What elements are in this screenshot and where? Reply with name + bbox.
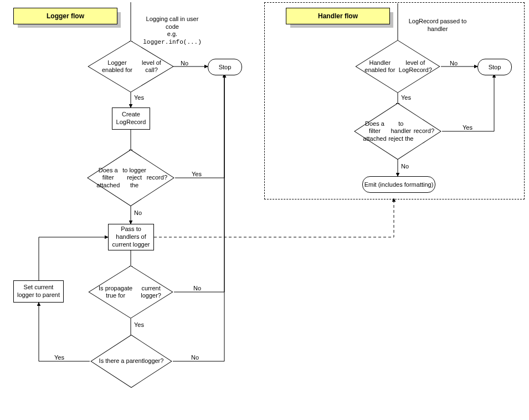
handler-d2-yes: Yes [463, 124, 472, 132]
title-logger-text: Logger flow [47, 12, 84, 20]
logger-d2-no: No [134, 209, 142, 217]
logger-d2-yes: Yes [192, 171, 202, 178]
logger-p1-l2: LogRecord [116, 119, 146, 125]
logger-d3-yes: Yes [134, 321, 144, 329]
logger-d4-parent: Is there a parentlogger? [90, 339, 173, 383]
logger-p2-l2: handlers of [116, 233, 146, 240]
handler-d2-filter: Does a filter attachedto handler reject … [353, 106, 442, 156]
logger-p2-l3: current logger [112, 241, 150, 248]
logger-create-record: CreateLogRecord [112, 107, 150, 130]
logger-d1-enabled: Logger enabled forlevel of call? [89, 44, 173, 89]
logger-p2-l1: Pass to [121, 226, 141, 232]
handler-incoming-l2: handler [428, 25, 448, 32]
logger-loop-l1: Set current [24, 284, 54, 290]
logger-incoming-l3: e.g. [167, 30, 177, 37]
logger-incoming-code: logger.info(...) [143, 39, 202, 45]
logger-d4-l2: logger? [143, 357, 164, 365]
logger-incoming-l1: Logging call in user [146, 16, 199, 22]
handler-d2-l3: record? [414, 127, 434, 135]
logger-d1-l2: level of call? [138, 59, 165, 74]
logger-d3-l1: Is propagate true for [95, 285, 136, 299]
logger-stop-text: Stop [219, 64, 232, 70]
logger-d1-l1: Logger enabled for [96, 59, 138, 74]
logger-d3-propagate: Is propagate true forcurrent logger? [88, 269, 174, 315]
logger-d2-l2: to logger reject the [122, 167, 146, 189]
logger-incoming-text: Logging call in user code e.g. logger.in… [136, 8, 208, 47]
title-logger: Logger flow [13, 8, 117, 24]
handler-stop-text: Stop [489, 64, 501, 70]
handler-emit-text: Emit (includes formatting) [364, 181, 434, 188]
handler-d2-no: No [401, 163, 409, 171]
logger-d1-no: No [181, 60, 188, 68]
logger-d3-l2: current logger? [136, 285, 166, 299]
logger-d3-no: No [193, 285, 201, 293]
logger-pass-handlers: Pass tohandlers ofcurrent logger [108, 224, 154, 250]
handler-incoming-l1: LogRecord passed to [409, 18, 467, 24]
handler-d1-no: No [450, 60, 458, 68]
logger-d4-no: No [191, 354, 199, 362]
handler-emit: Emit (includes formatting) [362, 176, 435, 193]
logger-stop: Stop [208, 59, 242, 75]
handler-flow-group [264, 2, 525, 199]
logger-incoming-l2: code [166, 23, 179, 30]
handler-d1-yes: Yes [401, 94, 411, 102]
handler-d1-l2: level of LogRecord? [398, 59, 433, 74]
handler-incoming-text: LogRecord passed to handler [404, 10, 471, 33]
logger-set-parent: Set currentlogger to parent [13, 280, 64, 303]
logger-d1-yes: Yes [134, 94, 144, 102]
logger-d4-yes: Yes [54, 354, 64, 362]
handler-d1-enabled: Handler enabled forlevel of LogRecord? [355, 44, 441, 89]
logger-d2-l3: record? [147, 174, 167, 181]
logger-d2-filter: Does a filter attachedto logger reject t… [86, 153, 175, 203]
handler-d2-l2: to handler reject the [388, 120, 414, 142]
logger-p1-l1: Create [122, 111, 140, 117]
logger-d2-l1: Does a filter attached [94, 167, 122, 189]
handler-d1-l1: Handler enabled for [362, 59, 398, 74]
logger-loop-l2: logger to parent [17, 291, 60, 298]
logger-d4-l1: Is there a parent [99, 357, 143, 365]
handler-stop: Stop [477, 59, 512, 75]
handler-d2-l1: Does a filter attached [361, 120, 388, 142]
